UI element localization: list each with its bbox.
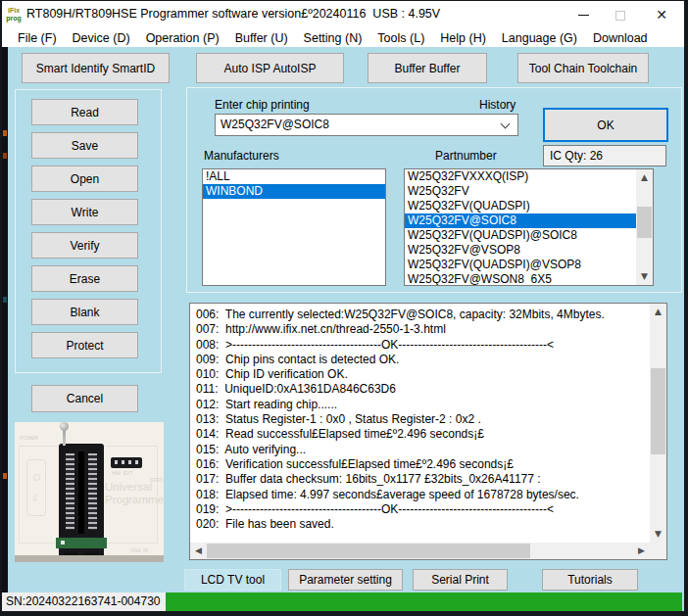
partnumber-item[interactable]: W25Q32FVXXXQ(ISP) xyxy=(405,169,636,184)
write-button[interactable]: Write xyxy=(31,199,138,225)
hmi-label: HMI EXT xyxy=(112,470,133,476)
vga-label: VGA IN xyxy=(130,547,148,553)
maximize-button[interactable] xyxy=(606,1,635,28)
log-line: 011: UniqueID:0xA1361DA846C63D6 xyxy=(196,382,650,397)
log-line: 013: Status Register-1 : 0x0 , Status Re… xyxy=(196,412,650,427)
partnumber-item[interactable]: W25Q32FV(QUADSPI)@VSOP8 xyxy=(405,258,636,272)
minimize-button[interactable] xyxy=(568,1,598,28)
serial-number-text: SN:20240322163741-004730 xyxy=(2,592,166,611)
log-horizontal-scrollbar[interactable]: ◀ ▶ xyxy=(190,543,650,559)
scroll-left-icon[interactable]: ◀ xyxy=(190,543,207,559)
auto-isp-button[interactable]: Auto ISP AutoISP xyxy=(196,53,344,83)
title-bar: iFix prog RT809H/RT809HSE Programmer sof… xyxy=(2,1,684,28)
client-area: Smart Identify SmartID Auto ISP AutoISP … xyxy=(2,47,684,593)
app-icon-text-top: iFix xyxy=(5,7,23,15)
chip-select-group: Enter chip printing History W25Q32FV@SOI… xyxy=(186,87,682,293)
close-icon: ✕ xyxy=(656,7,667,23)
manufacturers-list[interactable]: !ALL WINBOND xyxy=(202,168,386,286)
scroll-down-icon[interactable]: ▼ xyxy=(650,526,666,543)
cancel-button[interactable]: Cancel xyxy=(31,385,138,412)
log-line: 008: >----------------------------------… xyxy=(196,338,650,353)
app-window: iFix prog RT809H/RT809HSE Programmer sof… xyxy=(2,1,684,611)
zif-lever xyxy=(63,424,66,446)
menu-item-setting[interactable]: Setting (N) xyxy=(296,31,370,45)
log-vertical-scrollbar[interactable]: ▲ ▼ xyxy=(650,304,666,543)
verify-button[interactable]: Verify xyxy=(31,232,138,259)
ok-button[interactable]: OK xyxy=(543,108,668,142)
chip-input-label: Enter chip printing xyxy=(215,98,310,112)
menu-item-tools[interactable]: Tools (L) xyxy=(369,31,432,45)
progress-bar xyxy=(166,592,682,611)
menu-item-download[interactable]: Download xyxy=(585,31,656,45)
chip-printing-value: W25Q32FV@SOIC8 xyxy=(221,118,329,131)
manufacturer-item[interactable]: !ALL xyxy=(203,169,385,184)
protect-button[interactable]: Protect xyxy=(31,332,138,358)
tutorials-button[interactable]: Tutorials xyxy=(542,569,638,591)
ic-qty-field: IC Qty: 26 xyxy=(543,145,666,166)
partnumber-list[interactable]: W25Q32FVXXXQ(ISP) W25Q32FV W25Q32FV(QUAD… xyxy=(404,168,654,286)
chevron-down-icon[interactable] xyxy=(501,119,511,129)
partnumber-item-selected[interactable]: W25Q32FV@SOIC8 xyxy=(405,213,636,228)
maximize-icon xyxy=(615,11,625,21)
log-line: 010: Chip ID verification OK. xyxy=(196,367,650,382)
partnumber-item[interactable]: W25Q32FV xyxy=(405,184,636,199)
buffer-button[interactable]: Buffer Buffer xyxy=(368,53,487,83)
log-line: 015: Auto verifying... xyxy=(196,443,650,457)
partnumber-scrollbar[interactable]: ▲ ▼ xyxy=(636,169,653,285)
erase-button[interactable]: Erase xyxy=(31,265,138,292)
manufacturers-label: Manufacturers xyxy=(204,149,279,163)
app-icon-text-bottom: prog xyxy=(5,15,23,23)
scrollbar-thumb[interactable] xyxy=(651,368,665,454)
history-label: History xyxy=(479,98,516,112)
background-photo-sliver xyxy=(2,47,8,593)
smart-identify-button[interactable]: Smart Identify SmartID xyxy=(22,53,170,83)
partnumber-item[interactable]: W25Q32FV@WSON8_6X5 xyxy=(405,272,636,286)
zif-socket xyxy=(59,444,104,559)
close-button[interactable]: ✕ xyxy=(645,1,678,28)
menu-item-buffer[interactable]: Buffer (U) xyxy=(227,31,296,45)
parameter-setting-button[interactable]: Parameter setting xyxy=(288,569,403,591)
blank-button[interactable]: Blank xyxy=(31,299,138,325)
app-icon: iFix prog xyxy=(5,4,23,24)
log-line: 018: Elapsed time: 4.997 seconds£­averag… xyxy=(196,488,650,502)
tool-chain-button[interactable]: Tool Chain Toolchain xyxy=(517,53,649,83)
read-button[interactable]: Read xyxy=(31,99,138,125)
scroll-right-icon[interactable]: ▶ xyxy=(633,543,650,559)
partnumber-item[interactable]: W25Q32FV(QUADSPI)@SOIC8 xyxy=(405,228,636,243)
menu-item-language[interactable]: Language (G) xyxy=(494,31,585,45)
scroll-down-icon[interactable]: ▼ xyxy=(636,268,653,285)
hmi-ext-connector xyxy=(111,457,142,468)
log-line: 016: Verification successful£­Elapsed ti… xyxy=(196,457,650,472)
chip-printing-combobox[interactable]: W25Q32FV@SOIC8 xyxy=(215,114,518,136)
partnumber-item[interactable]: W25Q32FV(QUADSPI) xyxy=(405,199,636,213)
save-button[interactable]: Save xyxy=(31,132,138,159)
lcd-tv-tool-button[interactable]: LCD TV tool xyxy=(184,569,281,591)
log-line: 014: Read successful£­Elapsed time£º2.49… xyxy=(196,427,650,442)
scrollbar-thumb[interactable] xyxy=(207,544,530,558)
manufacturer-item-selected[interactable]: WINBOND xyxy=(203,184,385,199)
menu-bar: File (F) Device (D) Operation (P) Buffer… xyxy=(2,28,684,47)
programmer-photo: ⇩ POWER HMI EXT STATU Uni xyxy=(15,422,164,562)
log-line: 020: File has been saved. xyxy=(196,517,650,532)
log-line: 017: Buffer data checksum: 16bits_0x1177… xyxy=(196,472,650,487)
scrollbar-corner xyxy=(650,543,666,559)
device-brand-text: Universal Programmer xyxy=(105,481,164,506)
log-line: 007: http://www.ifix.net.cn/thread-2550-… xyxy=(196,322,650,337)
menu-item-file[interactable]: File (F) xyxy=(10,31,65,45)
scroll-up-icon[interactable]: ▲ xyxy=(650,304,666,320)
desktop-background: iFix prog RT809H/RT809HSE Programmer sof… xyxy=(0,0,688,616)
power-label: POWER xyxy=(20,435,38,441)
serial-print-button[interactable]: Serial Print xyxy=(413,569,508,591)
operations-group: Read Save Open Write Verify Erase Blank … xyxy=(15,89,162,373)
menu-item-help[interactable]: Help (H) xyxy=(432,31,494,45)
log-line: 012: Start reading chip...... xyxy=(196,398,650,412)
scrollbar-thumb[interactable] xyxy=(637,207,652,238)
partnumber-item[interactable]: W25Q32FV@VSOP8 xyxy=(405,243,636,258)
scroll-up-icon[interactable]: ▲ xyxy=(636,169,653,186)
open-button[interactable]: Open xyxy=(31,166,138,192)
log-output-box[interactable]: 006: The currently selected:W25Q32FV@SOI… xyxy=(189,303,667,560)
menu-item-device[interactable]: Device (D) xyxy=(65,31,138,45)
menu-item-operation[interactable]: Operation (P) xyxy=(138,31,227,45)
log-line: 006: The currently selected:W25Q32FV@SOI… xyxy=(196,308,650,322)
minimize-icon xyxy=(578,15,589,16)
